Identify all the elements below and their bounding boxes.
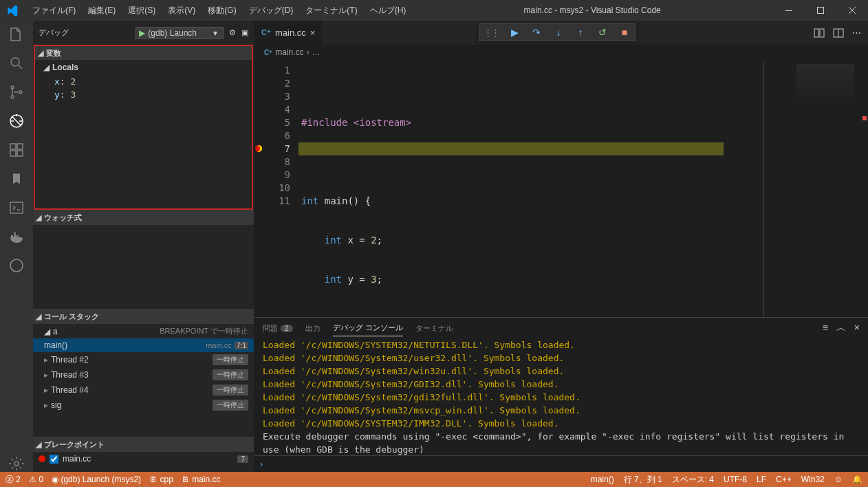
tab-problems[interactable]: 問題2 (263, 321, 293, 336)
step-out-button[interactable]: ↑ (574, 27, 587, 38)
step-over-button[interactable]: ↷ (530, 27, 543, 38)
status-launch[interactable]: ◉ (gdb) Launch (msys2) (52, 475, 141, 484)
breakpoints-section: ◢ブレークポイント main.cc 7 (33, 437, 254, 467)
source-control-icon[interactable] (8, 84, 25, 100)
debug-console-input[interactable]: › (254, 455, 868, 472)
tab-output[interactable]: 出力 (305, 321, 321, 336)
launch-config-select[interactable]: ▶ (gdb) Launch ▾ (135, 27, 224, 39)
maximize-button[interactable] (805, 0, 836, 21)
clear-icon[interactable]: ≡ (823, 322, 828, 334)
panel-tabs: 問題2 出力 デバッグ コンソール ターミナル ≡ ︿ × (254, 318, 868, 338)
menu-select[interactable]: 選択(S) (122, 2, 161, 19)
step-into-button[interactable]: ↓ (552, 27, 565, 38)
close-panel-icon[interactable]: × (854, 322, 860, 334)
menu-terminal[interactable]: ターミナル(T) (300, 2, 362, 19)
svg-point-2 (11, 58, 19, 66)
callstack-thread[interactable]: ▸Thread #2一時停止 (33, 352, 254, 367)
menu-debug[interactable]: デバッグ(D) (243, 2, 299, 19)
feedback-icon[interactable]: ☺ (834, 475, 843, 484)
window-title: main.cc - msys2 - Visual Studio Code (411, 6, 773, 15)
activity-bar (0, 21, 33, 472)
callstack-header[interactable]: ◢コール スタック (33, 309, 254, 324)
split-icon[interactable] (833, 28, 844, 39)
status-fn[interactable]: main() (591, 475, 614, 484)
status-file[interactable]: 🗎 main.cc (182, 475, 221, 484)
tab-terminal[interactable]: ターミナル (415, 321, 453, 336)
docker-icon[interactable] (8, 228, 25, 245)
restart-button[interactable]: ↺ (596, 27, 609, 38)
menu-file[interactable]: ファイル(F) (27, 2, 81, 19)
breadcrumb-more: … (312, 47, 321, 57)
variable-x[interactable]: x: 2 (35, 75, 252, 88)
error-marker-icon (862, 116, 867, 120)
watch-section: ◢ウォッチ式 (33, 210, 254, 309)
more-icon[interactable]: ⋯ (852, 28, 861, 38)
svg-rect-9 (17, 151, 23, 156)
status-encoding[interactable]: UTF-8 (724, 475, 747, 484)
glyph-margin[interactable] (254, 60, 264, 317)
status-errors[interactable]: ⓧ 2 (6, 474, 21, 486)
menu-edit[interactable]: 編集(E) (83, 2, 121, 19)
menu-go[interactable]: 移動(G) (202, 2, 241, 19)
svg-point-17 (14, 462, 19, 466)
debug-console-output[interactable]: Loaded '/c/WINDOWS/SYSTEM32/NETUTILS.DLL… (254, 338, 868, 455)
close-icon[interactable]: × (310, 28, 316, 38)
minimap[interactable] (792, 60, 868, 317)
breakpoint-glyph-icon[interactable] (255, 145, 262, 152)
minimize-button[interactable] (773, 0, 805, 21)
breakpoint-file: main.cc (63, 454, 91, 464)
settings-gear-icon[interactable] (8, 455, 25, 472)
callstack-thread[interactable]: ▸Thread #3一時停止 (33, 367, 254, 382)
bookmark-icon[interactable] (8, 171, 25, 187)
breakpoint-row[interactable]: main.cc 7 (33, 452, 254, 466)
status-lang[interactable]: C++ (776, 475, 792, 484)
collapse-icon[interactable]: ︿ (836, 322, 846, 334)
extensions-icon[interactable] (8, 142, 25, 158)
debug-toolbar[interactable]: ⋮⋮ ▶ ↷ ↓ ↑ ↺ ■ (479, 23, 636, 41)
menu-help[interactable]: ヘルプ(H) (365, 2, 412, 19)
debug-icon[interactable] (8, 113, 25, 129)
callstack-thread[interactable]: ▸Thread #4一時停止 (33, 382, 254, 398)
search-icon[interactable] (8, 55, 25, 72)
console-icon[interactable]: ▣ (241, 28, 248, 37)
status-warnings[interactable]: ⚠ 0 (29, 475, 43, 484)
explorer-icon[interactable] (8, 26, 25, 43)
stop-button[interactable]: ■ (618, 27, 631, 38)
cpp-file-icon: C⁺ (264, 49, 272, 56)
code-editor[interactable]: 1234567891011 #include <iostream> int ma… (254, 60, 868, 317)
current-line-highlight (299, 142, 724, 155)
terminal-panel-icon[interactable] (8, 199, 25, 216)
breadcrumb[interactable]: C⁺ main.cc › … (254, 45, 868, 60)
menu-view[interactable]: 表示(V) (162, 2, 201, 19)
status-spaces[interactable]: スペース: 4 (672, 474, 714, 486)
breakpoint-line: 7 (237, 455, 248, 463)
svg-point-4 (11, 96, 14, 98)
callstack-thread[interactable]: ▸sig一時停止 (33, 398, 254, 413)
watch-header[interactable]: ◢ウォッチ式 (33, 210, 254, 225)
close-button[interactable] (836, 0, 868, 21)
status-eol[interactable]: LF (757, 475, 766, 484)
variable-y[interactable]: y: 3 (35, 88, 252, 101)
gear-icon[interactable]: ⚙ (229, 28, 236, 37)
status-cpp[interactable]: 🗎 cpp (149, 475, 173, 484)
status-lncol[interactable]: 行 7、列 1 (624, 474, 662, 486)
compare-icon[interactable] (814, 28, 825, 39)
locals-header[interactable]: ◢Locals (35, 60, 252, 75)
test-icon[interactable] (8, 257, 25, 274)
tab-main-cc[interactable]: C⁺ main.cc × (254, 21, 323, 45)
breakpoints-header[interactable]: ◢ブレークポイント (33, 437, 254, 452)
play-icon: ▶ (139, 28, 145, 38)
continue-button[interactable]: ▶ (508, 27, 521, 38)
breakpoint-checkbox[interactable] (50, 455, 58, 464)
status-os[interactable]: Win32 (801, 475, 825, 484)
bell-icon[interactable]: 🔔 (852, 475, 862, 484)
callstack-frame-main[interactable]: main() main.cc7:1 (33, 338, 254, 352)
svg-point-5 (19, 91, 22, 94)
code-content[interactable]: #include <iostream> int main() { int x =… (299, 60, 792, 317)
callstack-thread-a[interactable]: ◢a BREAKPOINT で一時停止 (33, 324, 254, 338)
chevron-down-icon: ▾ (213, 28, 217, 38)
variables-header[interactable]: ◢変数 (35, 45, 252, 60)
drag-grip-icon[interactable]: ⋮⋮ (484, 28, 499, 38)
tab-debug-console[interactable]: デバッグ コンソール (333, 320, 403, 336)
svg-rect-15 (14, 232, 16, 235)
